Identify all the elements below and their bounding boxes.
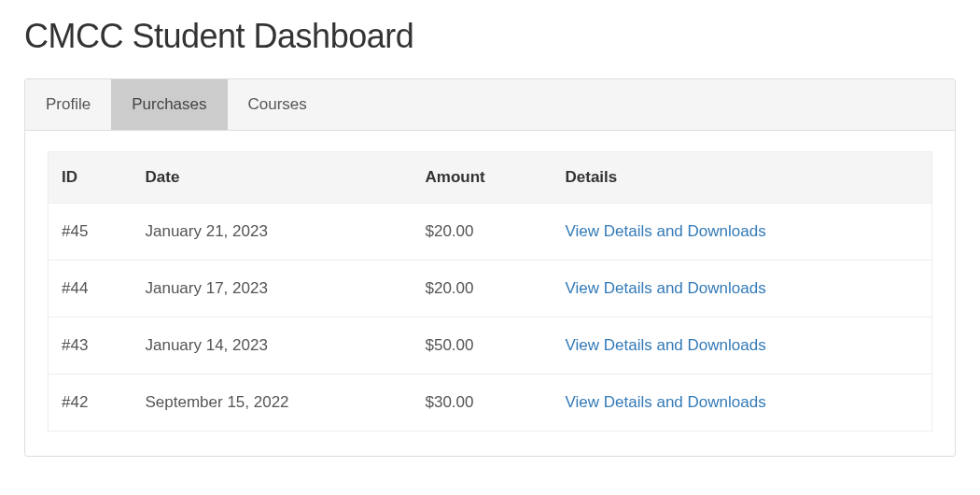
cell-amount: $20.00 bbox=[413, 261, 553, 318]
cell-id: #42 bbox=[49, 375, 133, 431]
tab-purchases[interactable]: Purchases bbox=[111, 79, 227, 130]
cell-id: #43 bbox=[49, 318, 133, 375]
table-header-details: Details bbox=[553, 152, 932, 204]
view-details-link[interactable]: View Details and Downloads bbox=[566, 336, 766, 354]
tab-courses[interactable]: Courses bbox=[228, 79, 328, 130]
purchases-table: ID Date Amount Details #45January 21, 20… bbox=[48, 151, 932, 431]
cell-amount: $30.00 bbox=[413, 375, 553, 431]
cell-amount: $50.00 bbox=[413, 318, 553, 375]
cell-date: January 17, 2023 bbox=[133, 261, 413, 318]
table-header-amount: Amount bbox=[413, 152, 553, 204]
cell-id: #45 bbox=[49, 204, 133, 261]
view-details-link[interactable]: View Details and Downloads bbox=[566, 279, 766, 297]
cell-amount: $20.00 bbox=[413, 204, 553, 261]
tab-bar: Profile Purchases Courses bbox=[25, 79, 955, 131]
cell-details: View Details and Downloads bbox=[553, 204, 932, 261]
cell-date: September 15, 2022 bbox=[133, 375, 413, 431]
tab-profile[interactable]: Profile bbox=[25, 79, 111, 130]
view-details-link[interactable]: View Details and Downloads bbox=[566, 393, 766, 411]
view-details-link[interactable]: View Details and Downloads bbox=[566, 222, 766, 240]
dashboard-panel: Profile Purchases Courses ID Date Amount… bbox=[24, 78, 956, 457]
table-row: #42September 15, 2022$30.00View Details … bbox=[49, 375, 932, 431]
cell-date: January 14, 2023 bbox=[133, 318, 413, 375]
cell-details: View Details and Downloads bbox=[553, 375, 932, 431]
table-row: #44January 17, 2023$20.00View Details an… bbox=[49, 261, 932, 318]
cell-details: View Details and Downloads bbox=[553, 261, 932, 318]
table-header-date: Date bbox=[133, 152, 413, 204]
cell-details: View Details and Downloads bbox=[553, 318, 932, 375]
table-header-row: ID Date Amount Details bbox=[49, 152, 932, 204]
table-row: #43January 14, 2023$50.00View Details an… bbox=[49, 318, 932, 375]
table-row: #45January 21, 2023$20.00View Details an… bbox=[49, 204, 932, 261]
page-title: CMCC Student Dashboard bbox=[24, 17, 956, 56]
cell-id: #44 bbox=[49, 261, 133, 318]
cell-date: January 21, 2023 bbox=[133, 204, 413, 261]
tab-content: ID Date Amount Details #45January 21, 20… bbox=[25, 131, 955, 456]
table-header-id: ID bbox=[49, 152, 133, 204]
